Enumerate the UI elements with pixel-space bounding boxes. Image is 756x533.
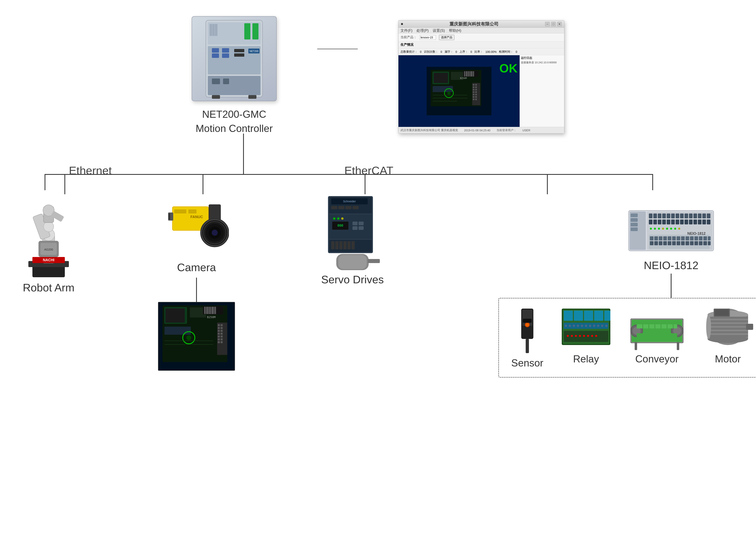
svg-rect-176 (658, 219, 662, 224)
svg-rect-175 (653, 219, 657, 224)
svg-point-242 (573, 325, 575, 327)
svg-rect-209 (699, 236, 703, 241)
svg-rect-6 (213, 24, 214, 36)
svg-rect-231 (526, 339, 529, 353)
svg-point-254 (575, 335, 577, 337)
svg-rect-180 (676, 219, 679, 224)
main-content-area: B250M (398, 55, 564, 127)
svg-point-188 (650, 228, 652, 230)
svg-text:000: 000 (338, 224, 343, 227)
menu-file[interactable]: 文件(F) (400, 28, 413, 33)
up-value: 0 (471, 50, 472, 53)
svg-rect-152 (368, 259, 380, 263)
svg-rect-100 (209, 307, 210, 314)
robot-arm-label: Robot Arm (23, 281, 74, 294)
svg-rect-148 (347, 241, 351, 249)
svg-rect-184 (693, 219, 697, 224)
svg-rect-3 (244, 23, 250, 39)
conveyor-device: Conveyor (629, 307, 685, 365)
conveyor-label: Conveyor (635, 353, 679, 365)
svg-rect-35 (470, 71, 470, 76)
top-section: NET200 NET200-GMC Motion Controller (0, 0, 756, 136)
svg-rect-38 (473, 71, 474, 76)
ok-count-value: 0 (441, 50, 442, 53)
left-vertical-line (44, 174, 45, 190)
svg-rect-282 (708, 324, 748, 326)
svg-text:B250M: B250M (207, 316, 216, 319)
ethernet-label: Ethernet (69, 164, 112, 177)
servo-drives-device: Schneider 000 (320, 194, 385, 286)
svg-rect-181 (680, 219, 684, 224)
menu-settings[interactable]: 设置(S) (433, 28, 445, 33)
neio-vline (547, 174, 548, 194)
svg-rect-54 (475, 87, 477, 88)
svg-rect-216 (668, 241, 671, 245)
svg-rect-238 (604, 311, 610, 321)
svg-rect-117 (218, 341, 220, 343)
svg-rect-157 (631, 223, 638, 226)
svg-rect-12 (222, 48, 229, 53)
svg-rect-215 (663, 241, 667, 245)
svg-point-81 (212, 230, 218, 236)
controller-label: NET200-GMC Motion Controller (196, 107, 273, 136)
svg-point-244 (581, 325, 583, 327)
svg-text:FANUC: FANUC (190, 215, 203, 219)
svg-rect-123 (221, 338, 223, 340)
svg-point-40 (447, 91, 450, 95)
svg-rect-121 (221, 333, 223, 335)
svg-rect-30 (464, 71, 465, 76)
relay-label: Relay (573, 353, 599, 365)
minimize-button[interactable]: ─ (545, 22, 550, 26)
controller-image: NET200 (192, 16, 277, 101)
svg-rect-179 (671, 219, 675, 224)
neio-label: NEIO-1812 (644, 259, 698, 271)
robot-arm-svg: NACHI AG200 (12, 194, 85, 279)
svg-rect-225 (708, 241, 711, 245)
svg-point-250 (605, 325, 608, 327)
current-product-input[interactable] (420, 35, 436, 40)
svg-rect-20 (223, 79, 229, 84)
cycle-value: 0 (516, 50, 517, 53)
svg-rect-55 (475, 89, 477, 90)
log-entry: 连接服务器 10.242.10.0:60000 (521, 61, 563, 64)
production-title: 生产情况 (400, 43, 414, 47)
stats-row: 生产情况 (398, 41, 564, 48)
svg-rect-251 (564, 331, 608, 342)
svg-rect-218 (677, 241, 680, 245)
sensor-device: Sensor (511, 307, 544, 369)
svg-rect-141 (352, 226, 358, 230)
up-label: 上序： (459, 50, 468, 54)
neio-device: NEIO-1812 (498, 208, 756, 378)
svg-rect-286 (746, 324, 753, 330)
ethercat-label: EtherCAT (344, 164, 393, 177)
svg-text:NET200: NET200 (250, 50, 258, 53)
select-product-button[interactable]: 选择产品 (439, 35, 454, 40)
svg-rect-213 (654, 241, 658, 245)
svg-rect-172 (702, 214, 706, 218)
svg-rect-147 (343, 241, 347, 249)
svg-rect-56 (475, 91, 477, 93)
camera-vline (202, 174, 203, 194)
menu-help[interactable]: 帮助(H) (449, 28, 461, 33)
servo-svg: Schneider 000 (320, 194, 385, 271)
svg-rect-164 (667, 214, 670, 218)
svg-rect-96 (204, 307, 205, 314)
svg-rect-122 (221, 336, 223, 338)
svg-point-193 (670, 228, 672, 230)
svg-rect-166 (676, 214, 679, 218)
svg-rect-204 (677, 236, 680, 241)
svg-rect-10 (212, 48, 219, 53)
svg-point-195 (678, 228, 680, 230)
svg-rect-171 (698, 214, 702, 218)
svg-point-65 (43, 221, 54, 232)
svg-rect-168 (685, 214, 688, 218)
close-button[interactable]: ✕ (557, 22, 562, 26)
svg-point-107 (186, 335, 191, 340)
svg-rect-283 (708, 328, 748, 330)
svg-rect-5 (211, 24, 212, 36)
svg-point-240 (565, 325, 567, 327)
svg-rect-224 (703, 241, 707, 245)
menu-process[interactable]: 处理(P) (417, 28, 429, 33)
maximize-button[interactable]: □ (551, 22, 556, 26)
svg-rect-53 (475, 84, 477, 86)
